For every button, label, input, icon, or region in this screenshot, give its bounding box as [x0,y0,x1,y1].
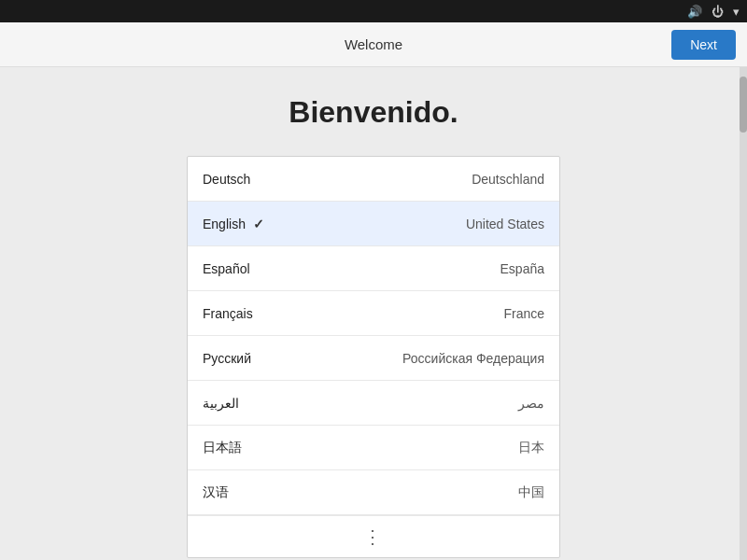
more-dots-icon: ⋮ [363,525,384,548]
next-button[interactable]: Next [671,30,736,60]
lang-name-francais: Français [203,306,253,321]
checkmark-icon: ✓ [253,217,264,231]
lang-region-espanol: España [500,261,544,276]
system-bar: 🔊 ⏻ ▾ [0,0,747,22]
lang-left-francais: Français [203,306,253,321]
lang-left-espanol: Español [203,261,250,276]
language-row-espanol[interactable]: EspañolEspaña [188,246,559,291]
power-icon: ⏻ [712,5,724,19]
language-row-english[interactable]: English✓United States [188,202,559,246]
lang-left-chinese: 汉语 [203,484,229,501]
lang-name-english: English [203,217,246,231]
language-list: DeutschDeutschlandEnglish✓United StatesE… [187,156,560,558]
lang-region-francais: France [503,306,544,321]
language-row-chinese[interactable]: 汉语中国 [188,470,559,515]
lang-name-deutsch: Deutsch [203,172,250,187]
lang-region-japanese: 日本 [518,440,544,456]
lang-name-chinese: 汉语 [203,484,229,501]
main-content: Bienvenido. DeutschDeutschlandEnglish✓Un… [0,67,747,560]
lang-region-arabic: مصر [518,396,544,411]
lang-region-english: United States [466,217,544,231]
language-row-russian[interactable]: РусскийРоссийская Федерация [188,336,559,381]
language-row-arabic[interactable]: العربيةمصر [188,381,559,426]
header-title: Welcome [345,36,402,52]
lang-left-arabic: العربية [203,396,239,411]
lang-name-japanese: 日本語 [203,440,242,456]
volume-icon: 🔊 [687,5,702,19]
language-row-japanese[interactable]: 日本語日本 [188,426,559,470]
lang-left-deutsch: Deutsch [203,172,250,187]
dropdown-icon: ▾ [733,5,740,19]
language-row-francais[interactable]: FrançaisFrance [188,291,559,336]
lang-name-russian: Русский [203,351,251,366]
welcome-heading: Bienvenido. [289,95,458,130]
more-languages-button[interactable]: ⋮ [188,515,559,557]
lang-name-arabic: العربية [203,396,239,411]
lang-left-english: English✓ [203,217,264,231]
scrollbar[interactable] [740,67,747,560]
lang-left-japanese: 日本語 [203,440,242,456]
lang-name-espanol: Español [203,261,250,276]
scrollbar-thumb[interactable] [740,77,747,133]
lang-region-deutsch: Deutschland [472,172,544,187]
lang-region-chinese: 中国 [518,484,544,501]
lang-left-russian: Русский [203,351,251,366]
lang-region-russian: Российская Федерация [402,351,544,366]
language-row-deutsch[interactable]: DeutschDeutschland [188,157,559,202]
header-bar: Welcome Next [0,22,747,67]
